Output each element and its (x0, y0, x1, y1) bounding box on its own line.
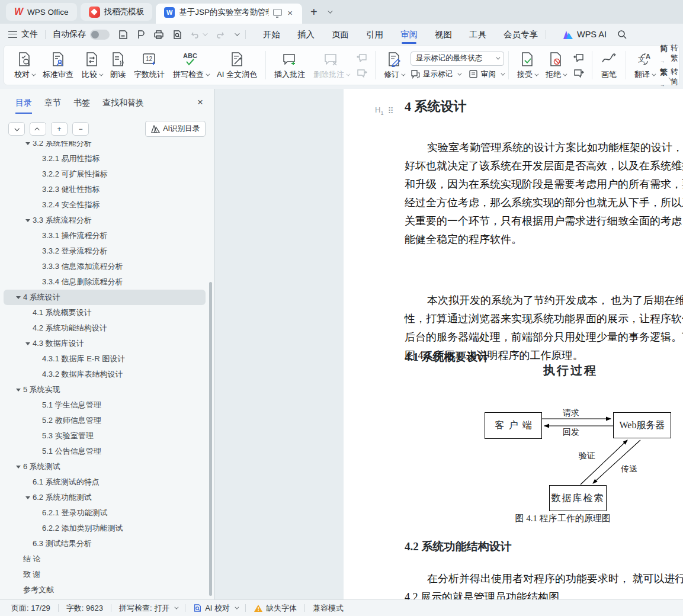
tab-list-chevron-icon[interactable] (328, 8, 332, 13)
menu-tab-开始[interactable]: 开始 (262, 24, 281, 45)
toc-item[interactable]: 4 系统设计 (4, 290, 206, 305)
toc-expand-arrow-icon[interactable] (14, 389, 23, 392)
undo-button[interactable] (191, 30, 206, 39)
expand-all-button[interactable] (8, 122, 25, 136)
toc-item[interactable]: 3.2.2 可扩展性指标 (4, 166, 206, 182)
toc-item[interactable]: 3.2.3 健壮性指标 (4, 182, 206, 197)
screen-share-icon[interactable] (273, 9, 282, 16)
close-tab-icon[interactable]: × (286, 8, 294, 18)
toc-expand-arrow-icon[interactable] (23, 496, 33, 499)
toc-item[interactable]: 5.3 实验室管理 (4, 428, 206, 444)
redo-icon[interactable] (214, 30, 225, 39)
toc-item[interactable]: 6 系统测试 (4, 459, 206, 474)
insert-comment-button[interactable]: 插入批注 (270, 49, 309, 82)
toc-item[interactable]: 4.2 系统功能结构设计 (4, 320, 206, 336)
tab-docer[interactable]: 找稻壳模板 (81, 3, 153, 21)
toc-expand-arrow-icon[interactable] (23, 142, 33, 145)
toc-item[interactable]: 6.2 系统功能测试 (4, 490, 206, 505)
document-page[interactable]: H1 ⠿ 4 系统设计 实验室考勤管理系统的设计方案比如功能框架的设计，比如数好… (344, 89, 683, 599)
toc-item[interactable]: 5.1 公告信息管理 (4, 444, 206, 459)
toc-expand-arrow-icon[interactable] (23, 219, 33, 222)
toc-item[interactable]: 5.1 学生信息管理 (4, 397, 206, 413)
read-aloud-button[interactable]: 朗读 (106, 49, 130, 82)
toc-expand-arrow-icon[interactable] (14, 466, 23, 469)
expand-level-button[interactable]: + (51, 122, 68, 136)
new-tab-button[interactable]: + (306, 5, 322, 19)
toc-item[interactable]: 致 谢 (4, 567, 206, 582)
menu-tab-审阅[interactable]: 审阅 (400, 24, 418, 45)
toc-item[interactable]: 3.2.1 易用性指标 (4, 151, 206, 166)
toc-item[interactable]: 6.1 系统测试的特点 (4, 474, 206, 490)
search-icon[interactable] (617, 30, 627, 40)
toc-expand-arrow-icon[interactable] (14, 296, 23, 299)
toc-item[interactable]: 6.2.2 添加类别功能测试 (4, 521, 206, 536)
simplified-to-traditional-button[interactable]: 简 转繁 (660, 43, 678, 64)
brush-button[interactable]: 画笔 (597, 49, 621, 82)
tab-wps-home[interactable]: W WPS Office (6, 3, 77, 21)
collapse-ribbon-icon[interactable]: ↘ (668, 75, 673, 83)
menu-tab-插入[interactable]: 插入 (297, 24, 315, 45)
spell-check-status[interactable]: 拼写检查: 打开 (111, 603, 185, 614)
toc-item[interactable]: 结 论 (4, 551, 206, 567)
reject-button[interactable]: 拒绝 (541, 49, 570, 82)
collapse-level-button[interactable]: − (72, 122, 89, 136)
toc-item[interactable]: 6.3 测试结果分析 (4, 536, 206, 551)
autosave-toggle[interactable] (90, 30, 110, 40)
track-changes-button[interactable]: 修订 (380, 49, 408, 82)
toc-item[interactable]: 5.2 教师信息管理 (4, 413, 206, 428)
print-icon[interactable] (153, 30, 164, 40)
save-icon[interactable] (118, 30, 128, 40)
spell-check-button[interactable]: ABC 拼写检查 (169, 49, 213, 82)
toc-item[interactable]: 6.2.1 登录功能测试 (4, 505, 206, 521)
collapse-all-button[interactable] (30, 122, 46, 136)
proofread-button[interactable]: 校对 (10, 49, 39, 82)
previous-change-button[interactable] (572, 52, 586, 63)
tab-document[interactable]: W 基于JSP的实验室考勤管理平台 × (156, 4, 302, 24)
accept-button[interactable]: 接受 (513, 49, 541, 82)
tab-toc[interactable]: 目录 (15, 98, 32, 114)
toc-item[interactable]: 4.3.2 数据库表结构设计 (4, 367, 206, 382)
file-menu[interactable]: 文件 (21, 29, 38, 40)
translate-button[interactable]: 文A 翻译 (630, 49, 659, 82)
drag-handle-icon[interactable]: ⠿ (387, 106, 393, 116)
toc-item[interactable]: 4.3.1 数据库 E-R 图设计 (4, 351, 206, 367)
toc-item[interactable]: 3.3.4 信息删除流程分析 (4, 274, 206, 290)
tab-bookmarks[interactable]: 书签 (73, 98, 90, 114)
toc-expand-arrow-icon[interactable] (23, 342, 33, 345)
markup-state-select[interactable]: 显示标记的最终状态 (411, 52, 504, 66)
toc-item[interactable]: 3.3.1 操作流程分析 (4, 228, 206, 243)
toc-item[interactable]: 4.1 系统概要设计 (4, 305, 206, 320)
toc-item[interactable]: 4.3 数据库设计 (4, 336, 206, 351)
ai-recognize-toc-button[interactable]: AI识别目录 (145, 121, 206, 137)
more-commands-chevron-icon[interactable] (235, 31, 239, 36)
toc-item[interactable]: 5 系统实现 (4, 382, 206, 397)
tab-chapters[interactable]: 章节 (44, 98, 61, 114)
close-pane-icon[interactable]: × (197, 97, 203, 108)
menu-tab-引用[interactable]: 引用 (365, 24, 384, 45)
word-count-indicator[interactable]: 字数: 9623 (59, 603, 111, 614)
toc-item[interactable]: 3.3 系统流程分析 (4, 213, 206, 228)
export-pdf-icon[interactable] (136, 30, 145, 40)
word-count-button[interactable]: 12 字数统计 (130, 49, 169, 82)
print-preview-icon[interactable] (172, 30, 182, 40)
sidebar-scrollbar-thumb[interactable] (209, 282, 212, 596)
next-change-button[interactable] (572, 67, 586, 79)
show-markup-button[interactable]: 显示标记 (411, 69, 460, 79)
wps-ai-button[interactable]: WPS AI (563, 30, 607, 39)
tab-find-replace[interactable]: 查找和替换 (102, 98, 144, 114)
menu-tab-会员专享[interactable]: 会员专享 (503, 24, 538, 45)
toc-item[interactable]: 3.2.4 安全性指标 (4, 197, 206, 213)
toc-item[interactable]: 3.3.3 信息添加流程分析 (4, 259, 206, 274)
menu-tab-页面[interactable]: 页面 (331, 24, 349, 45)
toc-item[interactable]: 3.3.2 登录流程分析 (4, 243, 206, 259)
menu-tab-视图[interactable]: 视图 (434, 24, 453, 45)
ai-proofread-status[interactable]: AI 校对 (185, 603, 245, 614)
page-indicator[interactable]: 页面: 17/29 (4, 603, 58, 614)
menu-tab-工具[interactable]: 工具 (469, 24, 487, 45)
toc-item[interactable]: 参考文献 (4, 582, 206, 598)
ai-polish-button[interactable]: AI 全文润色 (213, 49, 261, 82)
standard-review-button[interactable]: 标准审查 (39, 49, 78, 82)
review-pane-button[interactable]: 审阅 (469, 69, 504, 79)
compare-button[interactable]: 比较 (78, 49, 106, 82)
missing-font-warning[interactable]: 缺失字体 (246, 603, 304, 614)
